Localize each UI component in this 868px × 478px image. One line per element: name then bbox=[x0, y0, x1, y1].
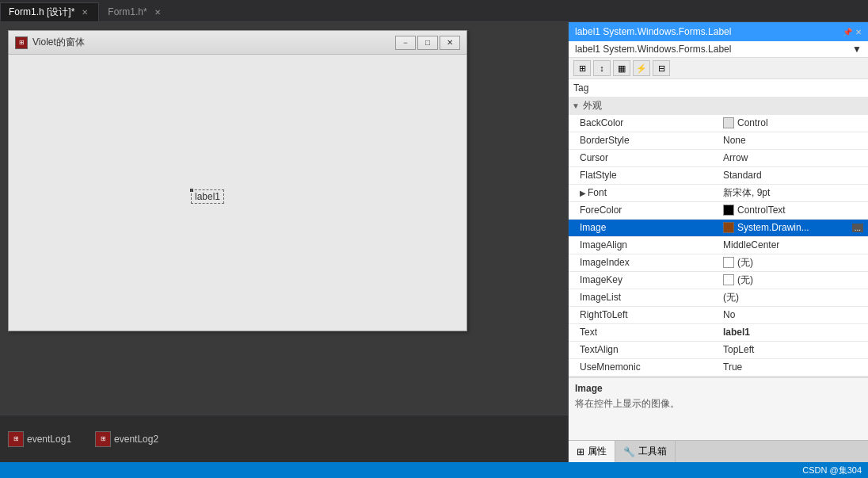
tab-label: Form1.h* bbox=[108, 6, 147, 17]
form-window: ⊞ Violet的窗体 － □ ✕ label1 bbox=[8, 30, 467, 331]
tray-item-eventlog2[interactable]: ⊞ eventLog2 bbox=[95, 431, 158, 447]
form-title-text: Violet的窗体 bbox=[32, 36, 395, 49]
tray-item-label: eventLog2 bbox=[114, 434, 158, 445]
prop-row-imagekey[interactable]: ImageKey (无) bbox=[569, 271, 868, 289]
dropdown-arrow-icon[interactable]: ▼ bbox=[852, 44, 862, 55]
eventlog1-icon: ⊞ bbox=[8, 431, 24, 447]
prop-row-usemnemonic[interactable]: UseMnemonic True bbox=[569, 358, 868, 376]
eventlog2-icon: ⊞ bbox=[95, 431, 111, 447]
close-panel-icon[interactable]: ✕ bbox=[855, 28, 862, 36]
tab-toolbox[interactable]: 🔧 工具箱 bbox=[615, 441, 676, 462]
section-appearance: ▼外观 bbox=[569, 97, 868, 114]
component-tray: ⊞ eventLog1 ⊞ eventLog2 bbox=[0, 415, 568, 462]
tray-item-eventlog1[interactable]: ⊞ eventLog1 bbox=[8, 431, 71, 447]
properties-description: Image 将在控件上显示的图像。 bbox=[569, 377, 868, 440]
form-title-bar: ⊞ Violet的窗体 － □ ✕ bbox=[9, 31, 466, 55]
props-desc-text: 将在控件上显示的图像。 bbox=[575, 397, 862, 411]
minimize-button[interactable]: － bbox=[395, 36, 416, 50]
props-toolbar: ⊞ ↕ ▦ ⚡ ⊟ bbox=[569, 58, 868, 79]
status-bar: CSDN @集304 bbox=[0, 462, 868, 478]
tray-item-label: eventLog1 bbox=[27, 434, 71, 445]
props-properties-button[interactable]: ▦ bbox=[613, 60, 630, 76]
properties-panel: label1 System.Windows.Forms.Label 📌 ✕ la… bbox=[569, 22, 868, 462]
properties-header: label1 System.Windows.Forms.Label 📌 ✕ bbox=[569, 22, 868, 41]
tab-bar: Form1.h [设计]* ✕ Form1.h* ✕ bbox=[0, 0, 868, 22]
prop-row-flatstyle[interactable]: FlatStyle Standard bbox=[569, 166, 868, 184]
prop-row-cursor[interactable]: Cursor Arrow bbox=[569, 149, 868, 166]
toolbox-tab-icon: 🔧 bbox=[623, 446, 635, 457]
props-alphabetical-button[interactable]: ↕ bbox=[593, 60, 611, 76]
tab-label: Form1.h [设计]* bbox=[9, 6, 74, 19]
prop-row-forecolor[interactable]: ForeColor ControlText bbox=[569, 201, 868, 219]
form-title-buttons: － □ ✕ bbox=[395, 36, 460, 50]
prop-row-font[interactable]: ▶Font 新宋体, 9pt bbox=[569, 184, 868, 201]
label1-control[interactable]: label1 bbox=[191, 189, 224, 204]
properties-tab-icon: ⊞ bbox=[577, 446, 584, 457]
app-container: Form1.h [设计]* ✕ Form1.h* ✕ ⊞ Violet的窗体 －… bbox=[0, 0, 868, 478]
props-events-button[interactable]: ⚡ bbox=[633, 60, 650, 76]
prop-row-righttoleft[interactable]: RightToLeft No bbox=[569, 306, 868, 323]
font-expand-icon[interactable]: ▶ bbox=[580, 189, 586, 197]
close-tab-icon[interactable]: ✕ bbox=[152, 6, 163, 17]
forecolor-swatch bbox=[723, 205, 734, 216]
prop-row-imagelist[interactable]: ImageList (无) bbox=[569, 289, 868, 306]
restore-button[interactable]: □ bbox=[417, 36, 438, 50]
form-canvas-wrapper: ⊞ Violet的窗体 － □ ✕ label1 bbox=[0, 22, 568, 415]
toolbox-tab-label: 工具箱 bbox=[638, 445, 667, 458]
prop-row-imagealign[interactable]: ImageAlign MiddleCenter bbox=[569, 236, 868, 254]
object-selector[interactable]: label1 System.Windows.Forms.Label ▼ bbox=[569, 41, 868, 58]
status-text: CSDN @集304 bbox=[802, 465, 862, 476]
close-tab-icon[interactable]: ✕ bbox=[79, 6, 90, 17]
imagekey-checkbox bbox=[723, 274, 734, 285]
tab-form1-h[interactable]: Form1.h* ✕ bbox=[99, 2, 171, 21]
close-window-button[interactable]: ✕ bbox=[440, 36, 460, 50]
tab-form1-design[interactable]: Form1.h [设计]* ✕ bbox=[0, 2, 99, 21]
prop-row-image[interactable]: Image System.Drawin... ... bbox=[569, 219, 868, 236]
section-collapse-icon[interactable]: ▼ bbox=[572, 101, 580, 110]
tab-properties[interactable]: ⊞ 属性 bbox=[569, 441, 615, 462]
properties-tab-label: 属性 bbox=[588, 445, 607, 458]
designer-area: ⊞ Violet的窗体 － □ ✕ label1 bbox=[0, 22, 569, 462]
imageindex-checkbox bbox=[723, 257, 734, 268]
pin-icon[interactable]: 📌 bbox=[843, 28, 852, 36]
props-desc-title: Image bbox=[575, 383, 862, 394]
prop-row-textalign[interactable]: TextAlign TopLeft bbox=[569, 341, 868, 358]
properties-table: Tag ▼外观 BackColor Control bbox=[569, 79, 868, 377]
props-bottom-tabs: ⊞ 属性 🔧 工具箱 bbox=[569, 440, 868, 462]
content-area: ⊞ Violet的窗体 － □ ✕ label1 bbox=[0, 22, 868, 462]
backcolor-swatch bbox=[723, 117, 734, 128]
properties-grid: Tag ▼外观 BackColor Control bbox=[569, 79, 868, 377]
prop-row-backcolor[interactable]: BackColor Control bbox=[569, 114, 868, 132]
form-body[interactable]: label1 bbox=[9, 55, 466, 331]
props-pages-button[interactable]: ⊟ bbox=[653, 60, 670, 76]
form-title-icon: ⊞ bbox=[15, 36, 28, 49]
props-categories-button[interactable]: ⊞ bbox=[573, 60, 591, 76]
prop-row-borderstyle[interactable]: BorderStyle None bbox=[569, 132, 868, 149]
props-window-controls: 📌 ✕ bbox=[843, 28, 862, 36]
image-thumb bbox=[723, 222, 734, 233]
properties-header-title: label1 System.Windows.Forms.Label bbox=[575, 26, 731, 37]
prop-row-tag[interactable]: Tag bbox=[569, 79, 868, 97]
image-edit-button[interactable]: ... bbox=[852, 224, 863, 232]
object-selector-text: label1 System.Windows.Forms.Label bbox=[575, 44, 731, 55]
prop-row-imageindex[interactable]: ImageIndex (无) bbox=[569, 254, 868, 271]
prop-row-text[interactable]: Text label1 bbox=[569, 323, 868, 341]
